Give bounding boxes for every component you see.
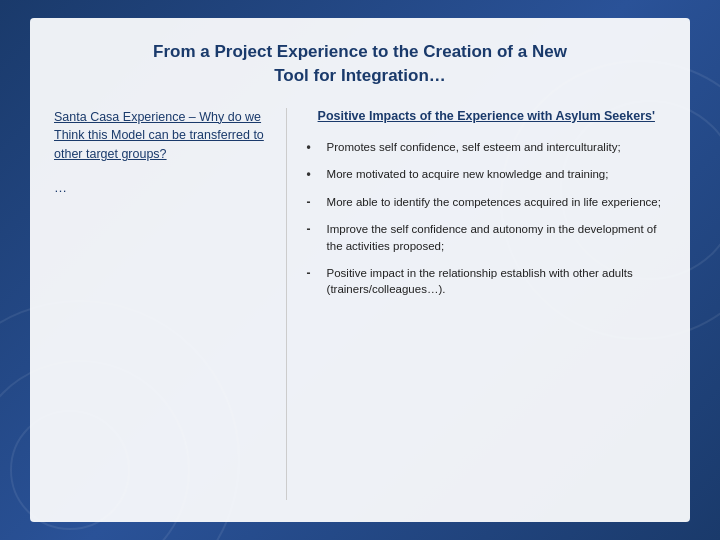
title-line1: From a Project Experience to the Creatio… <box>153 42 567 61</box>
right-column: Positive Impacts of the Experience with … <box>287 108 666 500</box>
bullet-marker-0: • <box>307 139 321 156</box>
bullet-marker-1: • <box>307 166 321 183</box>
bullet-item-2: -More able to identify the competences a… <box>307 194 666 211</box>
title-line2: Tool for Integration… <box>274 66 446 85</box>
right-heading: Positive Impacts of the Experience with … <box>307 108 666 126</box>
left-column: Santa Casa Experience – Why do we Think … <box>54 108 287 500</box>
bullet-item-4: -Positive impact in the relationship est… <box>307 265 666 298</box>
left-heading: Santa Casa Experience – Why do we Think … <box>54 108 270 164</box>
bullet-item-0: •Promotes self confidence, self esteem a… <box>307 139 666 156</box>
bullet-text-4: Positive impact in the relationship esta… <box>327 265 666 298</box>
bullet-marker-3: - <box>307 221 321 238</box>
left-dots: … <box>54 180 270 195</box>
bullet-marker-2: - <box>307 194 321 211</box>
main-title: From a Project Experience to the Creatio… <box>54 40 666 88</box>
background: From a Project Experience to the Creatio… <box>0 0 720 540</box>
two-columns: Santa Casa Experience – Why do we Think … <box>54 108 666 500</box>
bullet-item-3: -Improve the self confidence and autonom… <box>307 221 666 254</box>
bullet-item-1: •More motivated to acquire new knowledge… <box>307 166 666 183</box>
bullet-list: •Promotes self confidence, self esteem a… <box>307 139 666 298</box>
content-card: From a Project Experience to the Creatio… <box>30 18 690 522</box>
bullet-text-2: More able to identify the competences ac… <box>327 194 666 211</box>
bullet-text-0: Promotes self confidence, self esteem an… <box>327 139 666 156</box>
bullet-text-1: More motivated to acquire new knowledge … <box>327 166 666 183</box>
bullet-text-3: Improve the self confidence and autonomy… <box>327 221 666 254</box>
bullet-marker-4: - <box>307 265 321 282</box>
